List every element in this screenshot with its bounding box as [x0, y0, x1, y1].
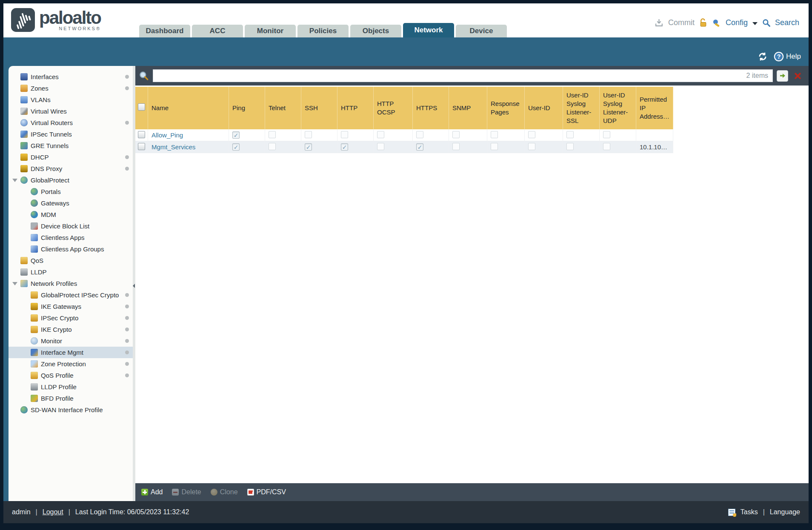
expander-caret-icon[interactable]	[12, 282, 17, 285]
sidebar-item-portals[interactable]: Portals	[9, 186, 133, 197]
config-button[interactable]: Config	[726, 18, 748, 27]
column-header-ssh[interactable]: SSH	[301, 87, 337, 129]
pdf-csv-button[interactable]: PDF/CSV	[247, 488, 286, 496]
column-header-ping[interactable]: Ping	[229, 87, 265, 129]
name-cell: Mgmt_Services	[148, 141, 229, 153]
expander-caret-icon[interactable]	[12, 179, 17, 182]
help-button[interactable]: ? Help	[774, 51, 801, 62]
commit-icon[interactable]	[655, 18, 663, 27]
tab-device[interactable]: Device	[456, 25, 507, 37]
sidebar-item-virtual-routers[interactable]: Virtual Routers	[9, 117, 133, 128]
sidebar-item-globalprotect-ipsec-crypto[interactable]: GlobalProtect IPSec Crypto	[9, 289, 133, 301]
sidebar-item-gre-tunnels[interactable]: GRE Tunnels	[9, 140, 133, 151]
apply-filter-button[interactable]	[777, 70, 788, 82]
gateways-icon	[31, 199, 38, 207]
cell-http-ocsp	[374, 141, 413, 153]
sidebar-item-sd-wan-interface-profile[interactable]: SD-WAN Interface Profile	[9, 404, 133, 416]
column-header-response-pages[interactable]: Response Pages	[487, 87, 525, 129]
sidebar-item-interfaces[interactable]: Interfaces	[9, 71, 133, 83]
ssh-checkbox: ✓	[305, 143, 312, 151]
row-checkbox[interactable]	[138, 131, 145, 138]
column-header-permitted-ip-address[interactable]: Permitted IP Address…	[636, 87, 673, 129]
sidebar-item-qos[interactable]: QoS	[9, 255, 133, 266]
sidebar-item-clientless-app-groups[interactable]: Clientless App Groups	[9, 243, 133, 255]
interfaces-icon	[20, 73, 28, 80]
column-header-user-id-syslog-listener-ssl[interactable]: User-ID Syslog Listener-SSL	[563, 87, 600, 129]
tasks-button[interactable]: Tasks	[741, 508, 758, 516]
sidebar-item-zones[interactable]: Zones	[9, 83, 133, 94]
column-header-http[interactable]: HTTP	[337, 87, 374, 129]
sidebar-item-vlans[interactable]: VLANs	[9, 94, 133, 105]
select-all-checkbox[interactable]	[138, 103, 145, 111]
toolbar-button-label: Add	[151, 488, 163, 496]
logout-link[interactable]: Logout	[43, 508, 63, 516]
sidebar-item-dhcp[interactable]: DHCP	[9, 151, 133, 163]
tab-monitor[interactable]: Monitor	[245, 25, 296, 37]
config-caret-icon[interactable]	[752, 22, 758, 25]
sidebar-item-globalprotect[interactable]: GlobalProtect	[9, 174, 133, 186]
refresh-button[interactable]	[758, 51, 768, 62]
sidebar-item-lldp-profile[interactable]: LLDP Profile	[9, 381, 133, 393]
column-header-telnet[interactable]: Telnet	[265, 87, 301, 129]
sidebar-item-qos-profile[interactable]: QoS Profile	[9, 370, 133, 381]
unlocked-padlock-icon[interactable]	[699, 18, 707, 27]
clear-filter-button[interactable]	[792, 70, 803, 82]
sidebar-resize-divider[interactable]	[133, 66, 135, 501]
sidebar-item-ipsec-tunnels[interactable]: IPSec Tunnels	[9, 128, 133, 140]
sidebar-item-ike-gateways[interactable]: IKE Gateways	[9, 301, 133, 312]
delete-button[interactable]: Delete	[172, 488, 201, 496]
tab-acc[interactable]: ACC	[192, 25, 243, 37]
sidebar-item-network-profiles[interactable]: Network Profiles	[9, 278, 133, 289]
collapse-sidebar-icon[interactable]	[133, 284, 135, 288]
column-header-user-id-syslog-listener-udp[interactable]: User-ID Syslog Listener-UDP	[600, 87, 636, 129]
user-id-checkbox	[528, 143, 535, 150]
sidebar-item-mdm[interactable]: MDM	[9, 209, 133, 220]
sidebar-item-dns-proxy[interactable]: DNS Proxy	[9, 163, 133, 174]
sidebar-item-lldp[interactable]: LLDP	[9, 266, 133, 278]
cell-snmp	[449, 141, 487, 153]
column-header-https[interactable]: HTTPS	[413, 87, 449, 129]
search-icon[interactable]	[762, 19, 770, 27]
tab-dashboard[interactable]: Dashboard	[139, 25, 190, 37]
profile-name-link[interactable]: Mgmt_Services	[152, 143, 195, 151]
tab-objects[interactable]: Objects	[350, 25, 401, 37]
clone-button[interactable]: Clone	[211, 488, 238, 496]
sidebar-item-monitor[interactable]: Monitor	[9, 335, 133, 347]
delete-icon	[172, 489, 179, 496]
profile-name-link[interactable]: Allow_Ping	[152, 131, 183, 139]
cell-user-id-syslog-listener-udp	[600, 129, 636, 141]
row-checkbox[interactable]	[138, 143, 145, 150]
config-icon[interactable]	[712, 18, 721, 27]
ssh-checkbox	[305, 131, 312, 138]
search-button[interactable]: Search	[775, 18, 799, 27]
green-arrow-icon	[779, 72, 786, 79]
column-header-snmp[interactable]: SNMP	[449, 87, 487, 129]
sidebar-item-device-block-list[interactable]: Device Block List	[9, 220, 133, 232]
sidebar-item-zone-protection[interactable]: Zone Protection	[9, 358, 133, 370]
filter-search-icon[interactable]	[139, 71, 149, 81]
tab-network[interactable]: Network	[403, 23, 454, 37]
sidebar-item-gateways[interactable]: Gateways	[9, 197, 133, 209]
column-header-name[interactable]: Name	[148, 87, 229, 129]
sidebar-item-ike-crypto[interactable]: IKE Crypto	[9, 324, 133, 335]
column-header-http-ocsp[interactable]: HTTP OCSP	[374, 87, 413, 129]
sidebar-item-ipsec-crypto[interactable]: IPSec Crypto	[9, 312, 133, 324]
table-action-bar: AddDeleteClonePDF/CSV	[135, 483, 809, 501]
ike-crypto-icon	[31, 326, 38, 333]
commit-button[interactable]: Commit	[668, 18, 695, 27]
sidebar-item-clientless-apps[interactable]: Clientless Apps	[9, 232, 133, 243]
language-button[interactable]: Language	[770, 508, 800, 516]
sidebar-item-label: LLDP Profile	[41, 383, 124, 390]
brand-name: paloalto	[39, 8, 101, 28]
tasks-icon[interactable]	[728, 509, 735, 516]
column-header-user-id[interactable]: User-ID	[525, 87, 563, 129]
gre-tunnels-icon	[20, 142, 28, 149]
tab-policies[interactable]: Policies	[297, 25, 349, 37]
add-button[interactable]: Add	[141, 488, 163, 496]
cell-http	[337, 129, 374, 141]
sidebar-item-interface-mgmt[interactable]: Interface Mgmt	[9, 347, 133, 358]
content-area: InterfacesZonesVLANsVirtual WiresVirtual…	[3, 66, 809, 501]
sidebar-item-bfd-profile[interactable]: BFD Profile	[9, 393, 133, 404]
sidebar-item-virtual-wires[interactable]: Virtual Wires	[9, 105, 133, 117]
table-filter-input[interactable]	[153, 70, 772, 82]
